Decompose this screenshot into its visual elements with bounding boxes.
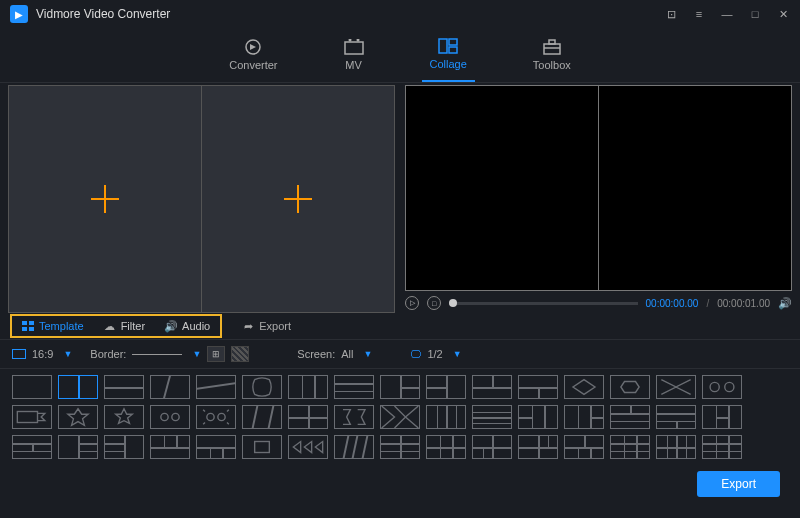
template-item[interactable]	[334, 405, 374, 429]
template-item[interactable]	[196, 435, 236, 459]
add-icon	[284, 185, 312, 213]
svg-marker-14	[573, 380, 595, 395]
template-item[interactable]	[380, 435, 420, 459]
template-item[interactable]	[472, 405, 512, 429]
progress-bar[interactable]	[449, 302, 638, 305]
screen-dropdown[interactable]: All▼	[341, 348, 372, 360]
template-item[interactable]	[564, 375, 604, 399]
export-button[interactable]: Export	[697, 471, 780, 497]
maximize-icon[interactable]: □	[748, 7, 762, 21]
template-item[interactable]	[12, 375, 52, 399]
border-hatch-button[interactable]	[231, 346, 249, 362]
svg-rect-18	[17, 412, 37, 423]
close-icon[interactable]: ✕	[776, 7, 790, 21]
tab-converter[interactable]: Converter	[221, 28, 285, 82]
export-tab[interactable]: ➦ Export	[244, 320, 291, 333]
minimize-icon[interactable]: —	[720, 7, 734, 21]
svg-rect-8	[549, 40, 555, 44]
template-item[interactable]	[242, 405, 282, 429]
template-item[interactable]	[242, 375, 282, 399]
play-button[interactable]: ▷	[405, 296, 419, 310]
title-bar: ▶ Vidmore Video Converter ⊡ ≡ — □ ✕	[0, 0, 800, 28]
collage-icon	[438, 38, 458, 54]
template-item[interactable]	[380, 375, 420, 399]
audio-icon: 🔊	[165, 320, 177, 332]
template-item[interactable]	[12, 435, 52, 459]
collage-slot-1[interactable]	[9, 86, 202, 312]
total-time: 00:00:01.00	[717, 298, 770, 309]
template-item[interactable]	[288, 435, 328, 459]
template-item[interactable]	[610, 405, 650, 429]
svg-marker-20	[116, 409, 133, 424]
add-icon	[91, 185, 119, 213]
template-item[interactable]	[334, 375, 374, 399]
template-item[interactable]	[196, 375, 236, 399]
page-dropdown[interactable]: 1/2▼	[427, 348, 461, 360]
template-item[interactable]	[288, 375, 328, 399]
template-item[interactable]	[12, 405, 52, 429]
template-item[interactable]	[472, 435, 512, 459]
template-item[interactable]	[242, 435, 282, 459]
mode-template[interactable]: Template	[12, 316, 94, 336]
mode-audio[interactable]: 🔊 Audio	[155, 316, 220, 336]
template-item[interactable]	[610, 435, 650, 459]
template-item[interactable]	[196, 405, 236, 429]
template-item[interactable]	[518, 375, 558, 399]
template-item[interactable]	[426, 405, 466, 429]
template-item[interactable]	[150, 405, 190, 429]
converter-icon	[243, 39, 263, 55]
stop-button[interactable]: □	[427, 296, 441, 310]
template-item[interactable]	[58, 435, 98, 459]
svg-rect-5	[449, 39, 457, 45]
page-value: 1/2	[427, 348, 442, 360]
app-logo: ▶	[10, 5, 28, 23]
template-item[interactable]	[702, 405, 742, 429]
volume-icon[interactable]: 🔊	[778, 297, 792, 310]
template-item[interactable]	[380, 405, 420, 429]
template-item[interactable]	[150, 375, 190, 399]
template-item[interactable]	[518, 405, 558, 429]
template-item[interactable]	[472, 375, 512, 399]
border-preview-line	[132, 354, 182, 355]
tab-collage[interactable]: Collage	[422, 28, 475, 82]
template-item[interactable]	[58, 405, 98, 429]
template-item[interactable]	[104, 405, 144, 429]
ratio-value: 16:9	[32, 348, 53, 360]
template-item[interactable]	[702, 435, 742, 459]
progress-handle[interactable]	[449, 299, 457, 307]
template-item[interactable]	[656, 405, 696, 429]
template-item[interactable]	[518, 435, 558, 459]
template-item[interactable]	[104, 375, 144, 399]
template-item[interactable]	[564, 435, 604, 459]
tab-mv[interactable]: MV	[336, 28, 372, 82]
collage-slot-2[interactable]	[202, 86, 394, 312]
template-item[interactable]	[426, 435, 466, 459]
preview-slot-1	[406, 86, 599, 290]
svg-point-21	[161, 413, 168, 420]
feedback-icon[interactable]: ⊡	[664, 7, 678, 21]
ratio-icon	[12, 349, 26, 359]
template-item[interactable]	[150, 435, 190, 459]
menu-icon[interactable]: ≡	[692, 7, 706, 21]
border-style-button[interactable]: ⊞	[207, 346, 225, 362]
template-item[interactable]	[334, 435, 374, 459]
template-grid	[0, 369, 800, 465]
border-dropdown[interactable]: ▼	[132, 349, 201, 359]
template-item[interactable]	[702, 375, 742, 399]
template-item-selected[interactable]	[58, 375, 98, 399]
aspect-ratio-selector[interactable]: 16:9▼	[12, 348, 72, 360]
page-selector: 🖵 1/2▼	[410, 348, 461, 360]
template-item[interactable]	[104, 435, 144, 459]
template-item[interactable]	[610, 375, 650, 399]
template-item[interactable]	[426, 375, 466, 399]
preview-panel: ▷ □ 00:00:00.00/00:00:01.00 🔊	[405, 85, 792, 313]
template-item[interactable]	[656, 435, 696, 459]
svg-point-22	[172, 413, 179, 420]
template-item[interactable]	[288, 405, 328, 429]
template-item[interactable]	[656, 375, 696, 399]
template-row	[12, 375, 788, 399]
tab-label: Collage	[430, 58, 467, 70]
mode-filter[interactable]: ☁ Filter	[94, 316, 155, 336]
tab-toolbox[interactable]: Toolbox	[525, 28, 579, 82]
template-item[interactable]	[564, 405, 604, 429]
